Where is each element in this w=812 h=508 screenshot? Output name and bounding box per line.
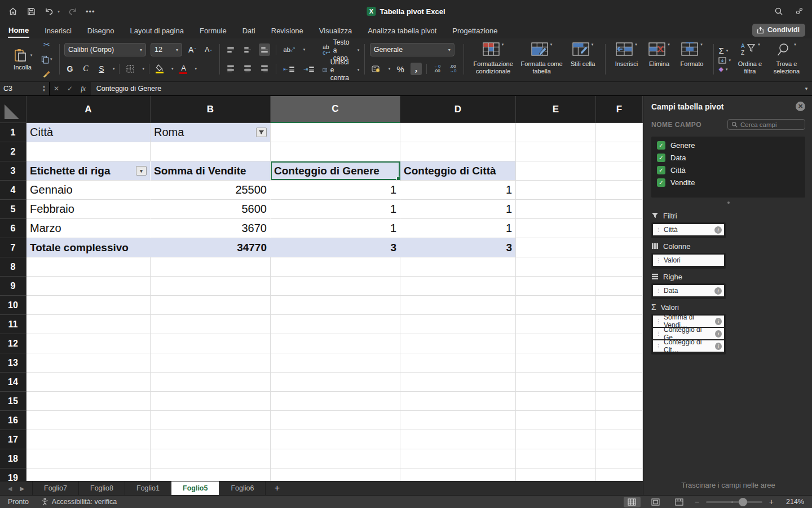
checkbox-checked-icon[interactable]: ✓ — [657, 141, 665, 150]
page-break-view-icon[interactable] — [671, 497, 688, 507]
currency-dropdown-icon[interactable]: ▾ — [389, 67, 391, 71]
cell-B1[interactable]: Roma — [151, 123, 271, 142]
row-header[interactable]: 7 — [0, 238, 27, 257]
field-genere[interactable]: ✓Genere — [657, 141, 800, 150]
align-left-icon[interactable] — [225, 63, 236, 75]
cell-D13[interactable] — [400, 353, 516, 373]
redo-icon[interactable] — [68, 6, 78, 16]
cell-D2[interactable] — [400, 142, 516, 161]
field-citta[interactable]: ✓Città — [657, 166, 800, 174]
autosum-button[interactable]: Σ▾ — [718, 46, 731, 55]
zoom-out-icon[interactable]: − — [695, 497, 699, 506]
save-icon[interactable] — [26, 6, 36, 16]
cell-A10[interactable] — [27, 296, 151, 315]
decrease-indent-icon[interactable]: ⇤ — [282, 63, 296, 75]
info-icon[interactable]: i — [714, 287, 722, 295]
format-cells-button[interactable]: ▾ Formato — [676, 41, 708, 78]
cell-F3[interactable] — [596, 161, 643, 181]
cell-E15[interactable] — [516, 392, 596, 411]
row-header[interactable]: 3 — [0, 161, 27, 181]
field-vendite[interactable]: ✓Vendite — [657, 178, 800, 187]
cell-A8[interactable] — [27, 257, 151, 277]
copy-icon[interactable]: ▾ — [39, 53, 54, 65]
align-bottom-icon[interactable] — [259, 43, 270, 56]
cell-D3[interactable]: Conteggio di Città — [400, 161, 516, 181]
row-header[interactable]: 12 — [0, 334, 27, 353]
expand-formula-bar-icon[interactable]: ▼ — [801, 82, 812, 95]
cell-C2[interactable] — [271, 142, 400, 161]
formula-input[interactable]: Conteggio di Genere — [91, 82, 801, 95]
zoom-level[interactable]: 214% — [780, 498, 804, 506]
search-icon[interactable] — [774, 6, 784, 16]
cell-E19[interactable] — [516, 468, 596, 481]
tab-revisione[interactable]: Revisione — [271, 24, 304, 37]
confirm-icon[interactable]: ✓ — [63, 82, 77, 95]
cell-A1[interactable]: Città — [27, 123, 151, 142]
sheet-tab-foglio6[interactable]: Foglio6 — [219, 481, 266, 495]
cell-C6[interactable]: 1 — [271, 219, 400, 238]
checkbox-checked-icon[interactable]: ✓ — [657, 178, 665, 187]
cell-B17[interactable] — [151, 430, 271, 449]
cell-F19[interactable] — [596, 468, 643, 481]
orientation-icon[interactable]: ab⤢ — [282, 43, 297, 56]
cell-F10[interactable] — [596, 296, 643, 315]
add-sheet-icon[interactable]: + — [266, 481, 288, 495]
cell-F11[interactable] — [596, 315, 643, 334]
panel-close-icon[interactable]: ✕ — [796, 102, 805, 111]
select-all-corner[interactable] — [0, 96, 27, 123]
cell-C5[interactable]: 1 — [271, 200, 400, 219]
row-header[interactable]: 10 — [0, 296, 27, 315]
cell-A16[interactable] — [27, 411, 151, 430]
sheet-tab-foglio1[interactable]: Foglio1 — [125, 481, 171, 495]
align-right-icon[interactable] — [259, 63, 270, 75]
cell-C19[interactable] — [271, 468, 400, 481]
cell-A6[interactable]: Marzo — [27, 219, 151, 238]
chip-data[interactable]: ⋮Datai — [653, 285, 724, 296]
increase-decimal-icon[interactable]: ←0.00 — [431, 63, 443, 75]
page-layout-view-icon[interactable] — [647, 497, 664, 507]
row-header[interactable]: 17 — [0, 430, 27, 449]
cell-A13[interactable] — [27, 353, 151, 373]
cell-styles-button[interactable]: ▾ Stili cella — [566, 41, 600, 78]
column-header-c[interactable]: C — [271, 96, 400, 123]
cell-D8[interactable] — [400, 257, 516, 277]
cell-D15[interactable] — [400, 392, 516, 411]
cell-B5[interactable]: 5600 — [151, 200, 271, 219]
cell-B10[interactable] — [151, 296, 271, 315]
undo-icon[interactable] — [44, 6, 54, 16]
info-icon[interactable]: i — [715, 343, 722, 350]
presence-share-icon[interactable] — [794, 6, 804, 16]
cell-B16[interactable] — [151, 411, 271, 430]
column-header-b[interactable]: B — [151, 96, 271, 123]
cell-B4[interactable]: 25500 — [151, 181, 271, 200]
cell-F9[interactable] — [596, 277, 643, 296]
delete-cells-button[interactable]: ▾ Elimina — [643, 41, 676, 78]
underline-button[interactable]: S — [96, 63, 107, 75]
clear-button[interactable]: ◆▾ — [718, 65, 731, 73]
sheet-next-icon[interactable]: ▶ — [20, 485, 25, 492]
cell-E10[interactable] — [516, 296, 596, 315]
cell-C12[interactable] — [271, 334, 400, 353]
zoom-in-icon[interactable]: + — [769, 497, 774, 506]
chip-somma-vendite[interactable]: ⋮Somma di Vendi…i — [653, 316, 724, 327]
chip-citta[interactable]: ⋮Cittài — [653, 224, 724, 235]
cell-A7[interactable]: Totale complessivo — [27, 238, 151, 257]
fill-button[interactable]: ▾ — [718, 57, 731, 64]
cell-A17[interactable] — [27, 430, 151, 449]
insert-function-icon[interactable]: fx — [77, 82, 90, 95]
format-as-table-button[interactable]: ▾ Formatta come tabella — [518, 41, 566, 78]
cell-B13[interactable] — [151, 353, 271, 373]
row-header[interactable]: 6 — [0, 219, 27, 238]
fill-handle[interactable] — [396, 177, 400, 181]
cell-D6[interactable]: 1 — [400, 219, 516, 238]
checkbox-checked-icon[interactable]: ✓ — [657, 154, 665, 162]
undo-dropdown-icon[interactable]: ▾ — [58, 9, 60, 14]
decrease-decimal-icon[interactable]: .00→0 — [447, 63, 458, 75]
rows-area[interactable]: ⋮Datai — [651, 283, 726, 299]
cell-C4[interactable]: 1 — [271, 181, 400, 200]
row-header[interactable]: 13 — [0, 353, 27, 373]
column-header-e[interactable]: E — [516, 96, 596, 123]
tab-visualizza[interactable]: Visualizza — [319, 24, 352, 37]
increase-font-icon[interactable]: A⌃ — [187, 43, 198, 56]
filters-area[interactable]: ⋮Cittài — [651, 222, 726, 238]
